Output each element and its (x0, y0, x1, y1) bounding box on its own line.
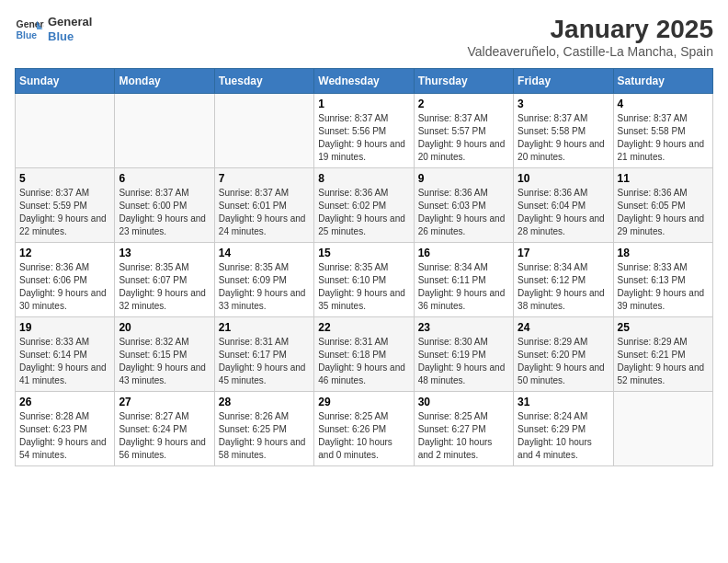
calendar-day-cell: 16Sunrise: 8:34 AM Sunset: 6:11 PM Dayli… (414, 243, 513, 317)
day-info: Sunrise: 8:36 AM Sunset: 6:05 PM Dayligh… (618, 187, 709, 238)
logo-icon: General Blue (15, 15, 44, 44)
day-number: 7 (219, 172, 310, 185)
calendar-day-cell: 28Sunrise: 8:26 AM Sunset: 6:25 PM Dayli… (214, 392, 313, 466)
day-number: 17 (518, 247, 609, 259)
day-info: Sunrise: 8:37 AM Sunset: 6:01 PM Dayligh… (219, 187, 310, 238)
day-number: 21 (219, 321, 310, 334)
day-info: Sunrise: 8:37 AM Sunset: 5:58 PM Dayligh… (618, 112, 709, 164)
logo-general: General (48, 15, 92, 29)
calendar-day-cell: 22Sunrise: 8:31 AM Sunset: 6:18 PM Dayli… (314, 317, 414, 392)
day-info: Sunrise: 8:24 AM Sunset: 6:29 PM Dayligh… (518, 410, 609, 462)
calendar-day-cell: 6Sunrise: 8:37 AM Sunset: 6:00 PM Daylig… (115, 168, 214, 243)
day-info: Sunrise: 8:37 AM Sunset: 5:59 PM Dayligh… (19, 187, 110, 238)
day-number: 8 (318, 172, 409, 185)
day-info: Sunrise: 8:31 AM Sunset: 6:18 PM Dayligh… (318, 336, 409, 387)
calendar-day-cell: 29Sunrise: 8:25 AM Sunset: 6:26 PM Dayli… (314, 392, 414, 466)
calendar-day-cell: 10Sunrise: 8:36 AM Sunset: 6:04 PM Dayli… (514, 168, 613, 243)
calendar-day-cell: 19Sunrise: 8:33 AM Sunset: 6:14 PM Dayli… (16, 317, 115, 392)
day-info: Sunrise: 8:36 AM Sunset: 6:04 PM Dayligh… (518, 187, 609, 238)
day-number: 2 (418, 98, 509, 110)
calendar-day-cell: 15Sunrise: 8:35 AM Sunset: 6:10 PM Dayli… (314, 243, 414, 317)
calendar-day-cell: 14Sunrise: 8:35 AM Sunset: 6:09 PM Dayli… (214, 243, 313, 317)
day-info: Sunrise: 8:26 AM Sunset: 6:25 PM Dayligh… (219, 410, 310, 462)
day-number: 11 (618, 172, 709, 185)
day-number: 18 (618, 247, 709, 259)
day-number: 29 (318, 396, 409, 408)
day-of-week-header: Thursday (414, 69, 513, 94)
day-info: Sunrise: 8:37 AM Sunset: 5:57 PM Dayligh… (418, 112, 509, 164)
day-number: 6 (119, 172, 210, 185)
calendar-day-cell: 8Sunrise: 8:36 AM Sunset: 6:02 PM Daylig… (314, 168, 414, 243)
calendar-day-cell (115, 94, 214, 168)
day-of-week-header: Friday (514, 69, 613, 94)
day-number: 9 (418, 172, 509, 185)
calendar-day-cell: 20Sunrise: 8:32 AM Sunset: 6:15 PM Dayli… (115, 317, 214, 392)
day-number: 13 (119, 247, 210, 259)
calendar-week-row: 1Sunrise: 8:37 AM Sunset: 5:56 PM Daylig… (16, 94, 713, 168)
calendar-day-cell (16, 94, 115, 168)
day-info: Sunrise: 8:34 AM Sunset: 6:12 PM Dayligh… (518, 261, 609, 313)
logo: General Blue General Blue (15, 15, 92, 44)
day-number: 25 (618, 321, 709, 334)
calendar-day-cell: 17Sunrise: 8:34 AM Sunset: 6:12 PM Dayli… (514, 243, 613, 317)
day-info: Sunrise: 8:37 AM Sunset: 6:00 PM Dayligh… (119, 187, 210, 238)
calendar-day-cell: 18Sunrise: 8:33 AM Sunset: 6:13 PM Dayli… (613, 243, 712, 317)
day-info: Sunrise: 8:37 AM Sunset: 5:58 PM Dayligh… (518, 112, 609, 164)
calendar-day-cell: 26Sunrise: 8:28 AM Sunset: 6:23 PM Dayli… (16, 392, 115, 466)
day-info: Sunrise: 8:27 AM Sunset: 6:24 PM Dayligh… (119, 410, 210, 462)
day-number: 4 (618, 98, 709, 110)
svg-text:Blue: Blue (17, 30, 38, 40)
day-info: Sunrise: 8:36 AM Sunset: 6:06 PM Dayligh… (19, 261, 110, 313)
day-number: 19 (19, 321, 110, 334)
month-title: January 2025 (468, 15, 713, 44)
calendar-body: 1Sunrise: 8:37 AM Sunset: 5:56 PM Daylig… (16, 94, 713, 466)
calendar-day-cell: 25Sunrise: 8:29 AM Sunset: 6:21 PM Dayli… (613, 317, 712, 392)
day-number: 22 (318, 321, 409, 334)
calendar-table: SundayMondayTuesdayWednesdayThursdayFrid… (15, 68, 713, 466)
day-number: 28 (219, 396, 310, 408)
calendar-header-row: SundayMondayTuesdayWednesdayThursdayFrid… (16, 69, 713, 94)
calendar-day-cell: 21Sunrise: 8:31 AM Sunset: 6:17 PM Dayli… (214, 317, 313, 392)
calendar-week-row: 12Sunrise: 8:36 AM Sunset: 6:06 PM Dayli… (16, 243, 713, 317)
day-number: 26 (19, 396, 110, 408)
calendar-day-cell: 30Sunrise: 8:25 AM Sunset: 6:27 PM Dayli… (414, 392, 513, 466)
calendar-day-cell: 24Sunrise: 8:29 AM Sunset: 6:20 PM Dayli… (514, 317, 613, 392)
day-number: 1 (318, 98, 409, 110)
day-info: Sunrise: 8:33 AM Sunset: 6:14 PM Dayligh… (19, 336, 110, 387)
day-info: Sunrise: 8:31 AM Sunset: 6:17 PM Dayligh… (219, 336, 310, 387)
day-info: Sunrise: 8:29 AM Sunset: 6:20 PM Dayligh… (518, 336, 609, 387)
calendar-day-cell: 11Sunrise: 8:36 AM Sunset: 6:05 PM Dayli… (613, 168, 712, 243)
calendar-day-cell: 5Sunrise: 8:37 AM Sunset: 5:59 PM Daylig… (16, 168, 115, 243)
day-number: 31 (518, 396, 609, 408)
day-info: Sunrise: 8:25 AM Sunset: 6:27 PM Dayligh… (418, 410, 509, 462)
day-info: Sunrise: 8:30 AM Sunset: 6:19 PM Dayligh… (418, 336, 509, 387)
calendar-day-cell: 13Sunrise: 8:35 AM Sunset: 6:07 PM Dayli… (115, 243, 214, 317)
day-number: 10 (518, 172, 609, 185)
day-number: 30 (418, 396, 509, 408)
day-info: Sunrise: 8:28 AM Sunset: 6:23 PM Dayligh… (19, 410, 110, 462)
day-number: 24 (518, 321, 609, 334)
calendar-day-cell: 27Sunrise: 8:27 AM Sunset: 6:24 PM Dayli… (115, 392, 214, 466)
day-number: 27 (119, 396, 210, 408)
day-number: 5 (19, 172, 110, 185)
day-of-week-header: Monday (115, 69, 214, 94)
calendar-week-row: 26Sunrise: 8:28 AM Sunset: 6:23 PM Dayli… (16, 392, 713, 466)
day-of-week-header: Saturday (613, 69, 712, 94)
calendar-day-cell: 9Sunrise: 8:36 AM Sunset: 6:03 PM Daylig… (414, 168, 513, 243)
day-number: 12 (19, 247, 110, 259)
day-info: Sunrise: 8:33 AM Sunset: 6:13 PM Dayligh… (618, 261, 709, 313)
calendar-day-cell: 31Sunrise: 8:24 AM Sunset: 6:29 PM Dayli… (514, 392, 613, 466)
day-of-week-header: Sunday (16, 69, 115, 94)
day-number: 14 (219, 247, 310, 259)
day-number: 3 (518, 98, 609, 110)
page-header: General Blue General Blue January 2025 V… (15, 15, 713, 59)
title-block: January 2025 Valdeaveruñelo, Castille-La… (468, 15, 713, 59)
calendar-day-cell: 7Sunrise: 8:37 AM Sunset: 6:01 PM Daylig… (214, 168, 313, 243)
day-number: 16 (418, 247, 509, 259)
calendar-day-cell: 2Sunrise: 8:37 AM Sunset: 5:57 PM Daylig… (414, 94, 513, 168)
calendar-week-row: 19Sunrise: 8:33 AM Sunset: 6:14 PM Dayli… (16, 317, 713, 392)
day-info: Sunrise: 8:35 AM Sunset: 6:10 PM Dayligh… (318, 261, 409, 313)
day-info: Sunrise: 8:36 AM Sunset: 6:02 PM Dayligh… (318, 187, 409, 238)
day-info: Sunrise: 8:25 AM Sunset: 6:26 PM Dayligh… (318, 410, 409, 462)
calendar-day-cell (613, 392, 712, 466)
